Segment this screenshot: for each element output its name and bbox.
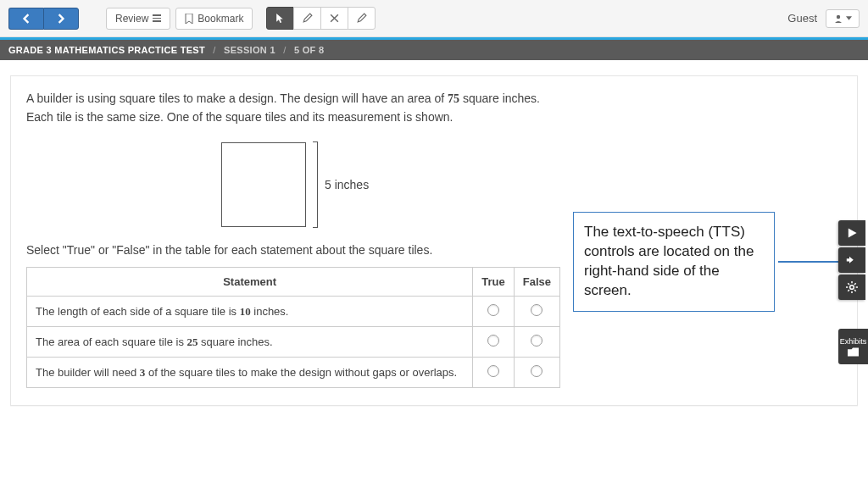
user-menu-button[interactable] — [826, 9, 860, 28]
breadcrumb-progress: 5 OF 8 — [294, 45, 324, 55]
col-false: False — [514, 268, 559, 297]
statement-cell: The area of each square tile is 25 squar… — [27, 327, 473, 358]
folder-icon — [848, 347, 859, 357]
bookmark-icon — [185, 14, 193, 24]
top-toolbar: Review Bookmark Guest — [0, 0, 868, 37]
exhibits-button[interactable]: Exhibits — [838, 329, 868, 364]
true-cell — [473, 297, 514, 327]
review-label: Review — [115, 13, 148, 25]
radio-true[interactable] — [487, 335, 499, 347]
tts-callout: The text-to-speech (TTS) controls are lo… — [573, 212, 775, 312]
breadcrumb-test: GRADE 3 MATHEMATICS PRACTICE TEST — [8, 45, 205, 55]
list-icon — [153, 14, 161, 22]
radio-false[interactable] — [531, 365, 542, 377]
breadcrumb-session: SESSION 1 — [224, 45, 275, 55]
svg-point-0 — [837, 14, 840, 18]
erase-button[interactable] — [320, 7, 348, 30]
svg-point-1 — [850, 286, 854, 290]
bookmark-button[interactable]: Bookmark — [175, 8, 253, 30]
table-row: The area of each square tile is 25 squar… — [27, 327, 560, 358]
statement-table: Statement True False The length of each … — [26, 267, 560, 388]
forward-button[interactable] — [43, 8, 79, 30]
col-true: True — [473, 268, 514, 297]
pointer-button[interactable] — [266, 7, 294, 30]
bookmark-label: Bookmark — [198, 13, 243, 25]
radio-true[interactable] — [487, 365, 499, 377]
back-button[interactable] — [8, 8, 43, 30]
statement-cell: The builder will need 3 of the square ti… — [27, 358, 473, 388]
nav-group — [8, 8, 79, 30]
dimension-bracket — [313, 141, 318, 228]
exhibits-label: Exhibits — [840, 337, 867, 346]
question-prompt: A builder is using square tiles to make … — [26, 90, 569, 126]
square-tile — [221, 142, 306, 227]
false-cell — [514, 297, 559, 327]
tts-audio-button[interactable] — [838, 247, 865, 273]
tts-side-panel: Exhibits — [838, 220, 868, 364]
true-cell — [473, 327, 514, 358]
caret-down-icon — [846, 16, 852, 20]
callout-arrow-line — [778, 261, 848, 263]
true-cell — [473, 358, 514, 388]
user-icon — [833, 14, 843, 24]
table-row: The builder will need 3 of the square ti… — [27, 358, 560, 388]
table-row: The length of each side of a square tile… — [27, 297, 560, 327]
tts-settings-button[interactable] — [838, 274, 865, 300]
tts-play-button[interactable] — [838, 220, 865, 246]
guest-label: Guest — [787, 12, 817, 25]
breadcrumb: GRADE 3 MATHEMATICS PRACTICE TEST / SESS… — [0, 40, 868, 60]
edit-tools — [266, 7, 376, 30]
false-cell — [514, 327, 559, 358]
radio-true[interactable] — [487, 304, 499, 316]
statement-cell: The length of each side of a square tile… — [27, 297, 473, 327]
pencil-button[interactable] — [293, 7, 321, 30]
radio-false[interactable] — [531, 335, 542, 347]
dimension-label: 5 inches — [325, 178, 369, 191]
false-cell — [514, 358, 559, 388]
highlight-button[interactable] — [348, 7, 376, 30]
radio-false[interactable] — [531, 304, 542, 316]
col-statement: Statement — [27, 268, 473, 297]
review-button[interactable]: Review — [106, 8, 170, 30]
